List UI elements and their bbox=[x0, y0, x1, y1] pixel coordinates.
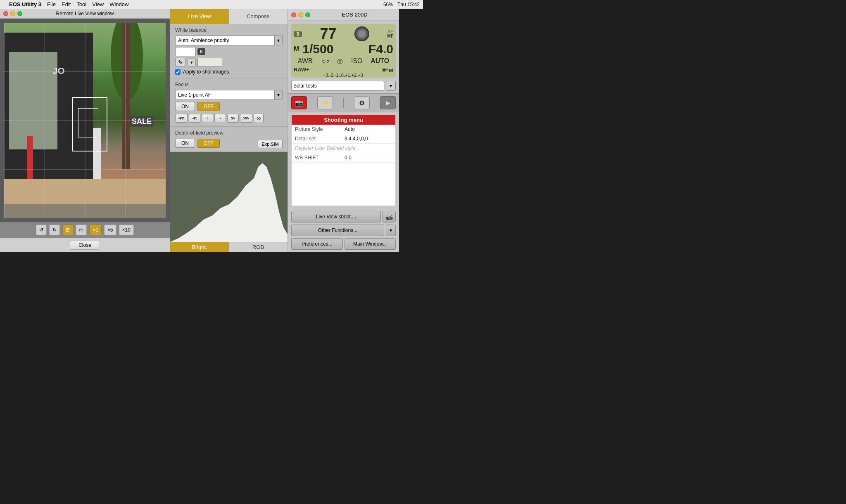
focus-nav-near-step[interactable]: ‹ bbox=[202, 114, 213, 122]
zoom-x10-button[interactable]: ×10 bbox=[119, 225, 134, 235]
live-view-titlebar: Remote Live View window bbox=[0, 9, 170, 19]
focus-nav-close-far[interactable]: ⋙ bbox=[240, 114, 252, 123]
white-balance-dropdown[interactable]: Auto: Ambience priority bbox=[175, 35, 275, 45]
menu-edit[interactable]: Edit bbox=[62, 1, 71, 7]
folder-dropdown-button[interactable]: ▾ bbox=[386, 81, 396, 91]
focus-dropdown[interactable]: Live 1-point AF bbox=[175, 90, 275, 100]
focus-nav-infinity[interactable]: ∞ bbox=[254, 113, 264, 123]
dof-label: Depth-of-field preview bbox=[175, 130, 283, 136]
close-bar: Close bbox=[0, 238, 170, 252]
lcd-wb-shift-icon: ☼₂ bbox=[321, 57, 329, 65]
menu-view[interactable]: View bbox=[92, 1, 104, 7]
camera-shoot-icon[interactable]: 📷 bbox=[291, 96, 307, 109]
histogram-tabs: Bright. RGB bbox=[170, 242, 288, 252]
shooting-menu-panel: Shooting menu Picture Style Auto Detail … bbox=[291, 115, 396, 206]
white-balance-label: White balance bbox=[175, 27, 283, 33]
zoom-x5-button[interactable]: ×5 bbox=[104, 225, 116, 235]
live-view-toolbar: ↺ ↻ ⊞ ▭ ×1 ×5 ×10 bbox=[0, 222, 170, 238]
white-balance-section: White balance Auto: Ambience priority ▾ … bbox=[170, 24, 288, 78]
settings-icon[interactable]: ⚙ bbox=[354, 96, 370, 109]
main-window-button[interactable]: Main Window... bbox=[345, 238, 396, 250]
dof-off-button[interactable]: OFF bbox=[197, 139, 220, 148]
menu-tool[interactable]: Tool bbox=[76, 1, 86, 7]
tab-bar: Live View Compose bbox=[170, 9, 288, 24]
white-balance-dropdown-arrow[interactable]: ▾ bbox=[274, 35, 283, 45]
wb-color-preview bbox=[197, 58, 222, 67]
wb-shift-label: WB SHIFT bbox=[295, 155, 345, 161]
minimize-button-lv[interactable] bbox=[10, 11, 15, 16]
menu-row-detail-set: Detail set. 3,4,4,0,0,0 bbox=[292, 134, 395, 144]
focus-on-button[interactable]: ON bbox=[175, 102, 195, 111]
lcd-mode: M bbox=[294, 45, 299, 53]
playback-icon[interactable]: ▶ bbox=[380, 96, 396, 109]
eos-maximize[interactable] bbox=[305, 12, 310, 17]
wb-mini-dropdown[interactable]: ▾ bbox=[188, 59, 196, 66]
focus-nav-far[interactable]: ≪ bbox=[189, 114, 200, 123]
other-functions-button[interactable]: Other Functions... bbox=[291, 225, 384, 236]
close-button[interactable]: Close bbox=[70, 241, 100, 250]
menu-time: Thu 15:42 bbox=[397, 2, 420, 7]
menu-battery: 66% bbox=[383, 2, 393, 7]
detail-set-value: 3,4,4,0,0,0 bbox=[345, 136, 368, 142]
eos-title: EOS 200D bbox=[314, 12, 396, 18]
rotate-left-button[interactable]: ↺ bbox=[36, 225, 47, 235]
rotate-right-button[interactable]: ↻ bbox=[49, 225, 60, 235]
wb-eyedropper-button[interactable]: ✎ bbox=[175, 58, 186, 67]
tab-compose[interactable]: Compose bbox=[229, 9, 288, 24]
focus-section: Focus Live 1-point AF ▾ ON OFF ⋘ ≪ ‹ › ≫… bbox=[170, 78, 288, 127]
wb-k-button[interactable]: K bbox=[197, 48, 205, 55]
lcd-awb: AWB bbox=[298, 57, 313, 65]
preferences-button[interactable]: Preferences... bbox=[291, 238, 343, 250]
aspect-button[interactable]: ▭ bbox=[76, 225, 87, 235]
folder-name-input[interactable]: Solar tests bbox=[291, 81, 384, 91]
controls-panel: Live View Compose White balance Auto: Am… bbox=[170, 9, 288, 252]
focus-dropdown-arrow[interactable]: ▾ bbox=[274, 90, 283, 100]
live-view-image: JO SALE › bbox=[4, 23, 166, 218]
mode-dial bbox=[354, 26, 369, 41]
eos-titlebar: EOS 200D bbox=[288, 9, 399, 21]
camera-lcd: 🔋 77 AF MF M 1/500 F4.0 AWB ☼₂ ◎ ISO AUT… bbox=[291, 24, 396, 78]
close-button-lv[interactable] bbox=[3, 11, 8, 16]
apply-to-shot-label: Apply to shot images bbox=[183, 69, 229, 75]
live-view-shoot-button[interactable]: Live View shoot.... bbox=[291, 211, 381, 222]
menu-file[interactable]: File bbox=[47, 1, 56, 7]
wb-kelvin-input[interactable] bbox=[175, 47, 196, 56]
flash-icon[interactable]: ⚡ bbox=[317, 96, 333, 109]
focus-nav-close[interactable]: ≫ bbox=[227, 114, 239, 123]
menu-row-register[interactable]: Register User Defined style bbox=[292, 144, 395, 153]
apply-to-shot-checkbox[interactable] bbox=[175, 69, 181, 75]
exp-sim-button[interactable]: Exp.SIM bbox=[258, 140, 283, 148]
histogram-bright-tab[interactable]: Bright. bbox=[170, 242, 229, 252]
picture-style-label: Picture Style bbox=[295, 126, 345, 132]
focus-nav-far-far[interactable]: ⋘ bbox=[175, 114, 188, 123]
live-view-title: Remote Live View window bbox=[56, 11, 114, 17]
eos-minimize[interactable] bbox=[298, 12, 303, 17]
maximize-button-lv[interactable] bbox=[17, 11, 22, 16]
lcd-iso-value: AUTO bbox=[371, 57, 389, 65]
focus-label: Focus bbox=[175, 82, 283, 88]
lcd-exp-comp: -3.-2.-1..0.+1.+2.+3 bbox=[294, 73, 393, 78]
menu-row-wb-shift: WB SHIFT 0,0 bbox=[292, 153, 395, 163]
tab-live-view[interactable]: Live View bbox=[170, 9, 229, 24]
histogram-rgb-tab[interactable]: RGB bbox=[229, 242, 288, 252]
register-label: Register User Defined style bbox=[295, 145, 355, 151]
app-name[interactable]: EOS Utility 3 bbox=[9, 1, 41, 7]
lcd-raw: RAW+ bbox=[294, 66, 309, 73]
battery-icon: 🔋 bbox=[294, 31, 302, 37]
shoot-icon-button[interactable]: 📷 bbox=[383, 211, 396, 222]
battery-count: 77 bbox=[320, 26, 337, 41]
af-mf-indicator: AF MF bbox=[387, 29, 393, 38]
focus-nav-far-step[interactable]: › bbox=[214, 114, 226, 122]
focus-off-button[interactable]: OFF bbox=[197, 102, 220, 111]
menu-window[interactable]: Window bbox=[109, 1, 128, 7]
dof-section: Depth-of-field preview ON OFF Exp.SIM bbox=[170, 127, 288, 152]
eos-close[interactable] bbox=[291, 12, 296, 17]
lcd-extra: ▣+📷 bbox=[382, 67, 393, 72]
grid-toggle-button[interactable]: ⊞ bbox=[62, 225, 73, 235]
eos-panel: EOS 200D 🔋 77 AF MF M 1/500 F4.0 AWB ☼₂ bbox=[288, 9, 399, 252]
zoom-x1-button[interactable]: ×1 bbox=[89, 225, 102, 235]
histogram-panel bbox=[170, 152, 288, 242]
dof-on-button[interactable]: ON bbox=[175, 139, 195, 148]
picture-style-value: Auto bbox=[345, 126, 355, 132]
other-functions-dropdown[interactable]: ▾ bbox=[386, 225, 396, 236]
